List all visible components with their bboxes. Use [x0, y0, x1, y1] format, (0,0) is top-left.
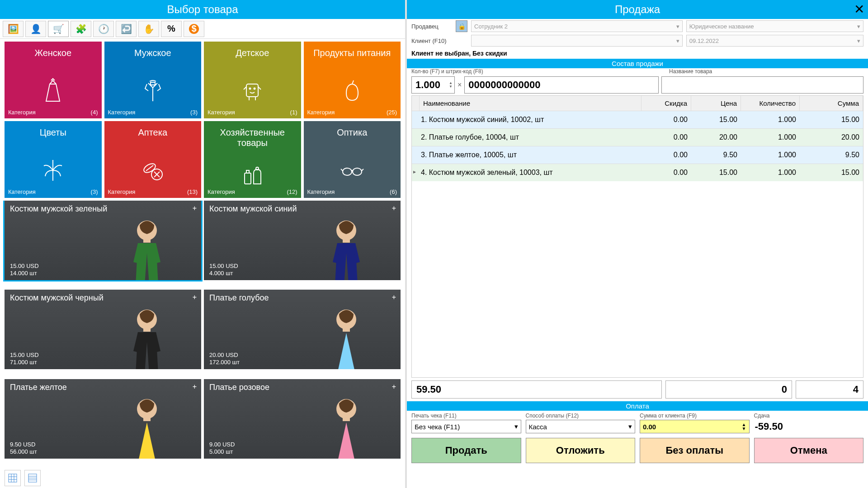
category-footer-label: Категория	[8, 109, 36, 116]
svg-rect-1	[246, 84, 258, 97]
sale-table: Наименование Скидка Цена Количество Сумм…	[411, 95, 863, 378]
product-tile[interactable]: Костюм мужской черный + 15.00 USD 71.000…	[5, 290, 201, 369]
row-sum: 9.50	[800, 146, 863, 164]
row-marker	[412, 129, 417, 146]
barcode-input[interactable]: 0000000000000	[464, 76, 659, 94]
category-tile[interactable]: Мужское Категория(3)	[104, 42, 202, 118]
toolbar-btn-6[interactable]: ↩️	[116, 21, 137, 37]
sale-row[interactable]: 1. Костюм мужской синий, 10002, шт 0.00 …	[412, 111, 863, 128]
product-name-input[interactable]	[661, 76, 863, 94]
category-footer-label: Категория	[208, 109, 235, 116]
total-count: 4	[796, 380, 863, 399]
add-icon[interactable]: +	[392, 293, 396, 301]
toolbar-btn-4[interactable]: 🧩	[71, 21, 91, 37]
toolbar-btn-8[interactable]: %	[161, 21, 182, 37]
product-tile[interactable]: Костюм мужской зеленый + 15.00 USD 14.00…	[5, 201, 201, 280]
grid-view-icon[interactable]	[5, 470, 21, 486]
product-price: 9.00 USD	[209, 441, 235, 448]
seller-field[interactable]: Сотрудник 2▾	[471, 20, 683, 32]
list-view-icon[interactable]	[24, 470, 41, 486]
category-tile[interactable]: Хозяйственные товары Категория(12)	[204, 121, 301, 198]
row-marker: ▸	[412, 164, 417, 181]
lock-icon[interactable]: 🔒	[456, 20, 467, 32]
svg-rect-9	[245, 173, 251, 184]
add-icon[interactable]: +	[392, 383, 396, 391]
row-disc: 0.00	[642, 164, 691, 181]
product-image	[111, 212, 183, 280]
category-title: Аптека	[138, 127, 167, 138]
right-header: Продажа ✕	[407, 0, 868, 19]
toolbar-btn-7[interactable]: ✋	[138, 21, 159, 37]
add-icon[interactable]: +	[193, 293, 197, 301]
cancel-button[interactable]: Отмена	[754, 438, 864, 463]
category-tile[interactable]: Продукты питания Категория(25)	[304, 42, 401, 118]
category-grid: Женское Категория(4)Мужское Категория(3)…	[0, 39, 405, 201]
client-field[interactable]: ▾	[471, 35, 683, 47]
svg-rect-20	[9, 474, 17, 482]
product-tile[interactable]: Костюм мужской синий + 15.00 USD 4.000 ш…	[204, 201, 401, 280]
category-tile[interactable]: Женское Категория(4)	[5, 42, 102, 118]
receipt-label: Печать чека (F11)	[411, 413, 521, 419]
product-tile[interactable]: Платье желтое + 9.50 USD 56.000 шт	[5, 379, 201, 459]
change-label: Сдача	[754, 413, 864, 419]
category-count: (6)	[390, 188, 397, 195]
category-tile[interactable]: Оптика Категория(6)	[304, 121, 401, 198]
category-count: (13)	[187, 188, 198, 195]
nopay-button[interactable]: Без оплаты	[640, 438, 750, 463]
toolbar-btn-2[interactable]: 👤	[25, 21, 46, 37]
category-count: (12)	[287, 188, 297, 195]
product-qty: 5.000 шт	[209, 448, 233, 455]
row-marker	[412, 111, 417, 128]
row-marker	[412, 146, 417, 164]
left-title: Выбор товара	[167, 3, 238, 16]
category-title: Цветы	[40, 127, 66, 138]
sale-row[interactable]: 3. Платье желтое, 10005, шт 0.00 9.50 1.…	[412, 146, 863, 164]
product-price: 9.50 USD	[10, 441, 35, 448]
category-footer-label: Категория	[108, 109, 136, 116]
category-title: Женское	[34, 48, 71, 58]
category-count: (3)	[190, 109, 198, 116]
qty-input[interactable]: 1.000▲▼	[411, 76, 455, 94]
row-name: 1. Костюм мужской синий, 10002, шт	[417, 111, 642, 128]
company-field[interactable]: Юридическое название▾	[686, 20, 863, 32]
svg-rect-0	[151, 82, 155, 85]
date-field[interactable]: 09.12.2022▾	[686, 35, 863, 47]
sell-button[interactable]: Продать	[411, 438, 521, 463]
sale-row[interactable]: 2. Платье голубое, 10004, шт 0.00 20.00 …	[412, 128, 863, 146]
row-qty: 1.000	[741, 146, 800, 164]
client-amount-input[interactable]: 0.00▲▼	[640, 420, 750, 433]
product-qty: 4.000 шт	[209, 270, 233, 277]
method-select[interactable]: Касса▾	[526, 420, 636, 433]
sale-row[interactable]: ▸ 4. Костюм мужской зеленый, 10003, шт 0…	[412, 164, 863, 181]
col-qty: Количество	[741, 96, 800, 111]
hold-button[interactable]: Отложить	[526, 438, 636, 463]
toolbar-btn-5[interactable]: 🕐	[93, 21, 114, 37]
product-tile[interactable]: Платье голубое + 20.00 USD 172.000 шт	[204, 290, 401, 369]
add-icon[interactable]: +	[193, 383, 197, 391]
product-tile[interactable]: Платье розовое + 9.00 USD 5.000 шт	[204, 379, 401, 459]
category-count: (4)	[91, 109, 98, 116]
toolbar-btn-9[interactable]: $	[184, 21, 204, 37]
row-price: 9.50	[691, 146, 741, 164]
close-icon[interactable]: ✕	[854, 2, 864, 17]
row-price: 20.00	[691, 129, 741, 146]
product-qty: 172.000 шт	[209, 359, 240, 366]
category-tile[interactable]: Цветы Категория(3)	[5, 121, 102, 198]
toolbar-btn-3[interactable]: 🛒	[48, 21, 69, 37]
section-pay-bar: Оплата	[407, 401, 868, 411]
client-label: Клиент (F10)	[411, 38, 452, 44]
category-tile[interactable]: Детское Категория(1)	[204, 42, 301, 118]
product-qty: 14.000 шт	[10, 270, 37, 277]
add-icon[interactable]: +	[193, 204, 197, 212]
category-count: (1)	[290, 109, 297, 116]
col-disc: Скидка	[642, 96, 691, 111]
product-qty: 71.000 шт	[10, 359, 37, 366]
receipt-select[interactable]: Без чека (F11)▾	[411, 420, 521, 433]
add-icon[interactable]: +	[392, 204, 396, 212]
toolbar-btn-1[interactable]: 🖼️	[3, 21, 24, 37]
product-image	[111, 301, 183, 369]
svg-point-2	[250, 88, 251, 89]
category-title: Детское	[236, 48, 269, 58]
toolbar: 🖼️ 👤 🛒 🧩 🕐 ↩️ ✋ % $	[0, 19, 405, 39]
category-tile[interactable]: Аптека Категория(13)	[104, 121, 202, 198]
